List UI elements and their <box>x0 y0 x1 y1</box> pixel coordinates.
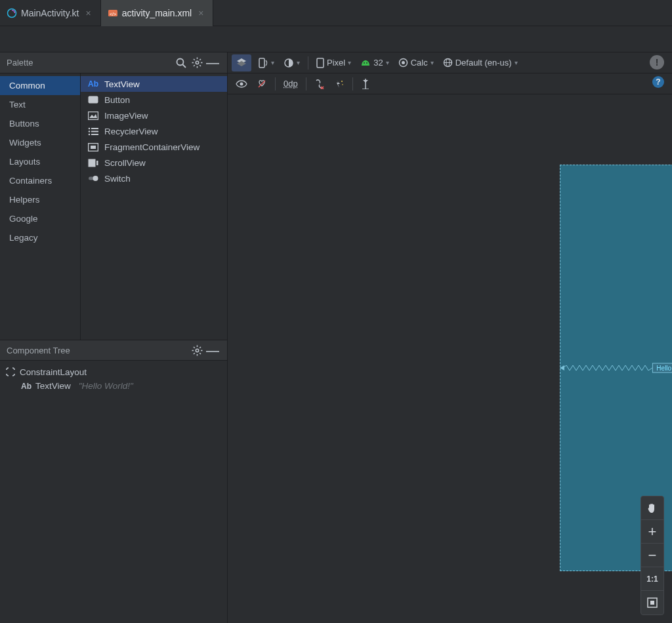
svg-point-28 <box>93 176 98 181</box>
infer-constraints-button[interactable] <box>330 75 348 92</box>
guidelines-button[interactable] <box>357 75 374 92</box>
svg-rect-18 <box>91 128 98 129</box>
svg-line-35 <box>200 353 201 354</box>
button-icon <box>87 94 99 105</box>
minimize-icon[interactable]: — <box>205 342 220 358</box>
svg-rect-22 <box>91 134 98 135</box>
category-helpers[interactable]: Helpers <box>0 190 80 209</box>
palette-item-fragmentcontainer[interactable]: FragmentContainerView <box>81 139 227 155</box>
svg-line-11 <box>200 65 201 66</box>
svg-rect-20 <box>91 131 98 132</box>
palette-item-textview[interactable]: Ab TextView <box>81 76 227 92</box>
warnings-button[interactable]: ! <box>650 55 664 70</box>
svg-point-55 <box>342 84 343 85</box>
close-icon[interactable]: × <box>196 8 206 18</box>
switch-icon <box>87 173 99 184</box>
svg-marker-16 <box>89 114 97 118</box>
svg-line-37 <box>200 347 201 348</box>
svg-line-36 <box>194 353 195 354</box>
component-tree: ConstraintLayout Ab TextView "Hello Worl… <box>0 361 227 623</box>
svg-line-4 <box>183 64 186 68</box>
pan-button[interactable] <box>641 496 663 520</box>
palette-body: Common Text Buttons Widgets Layouts Cont… <box>0 73 227 340</box>
gear-icon[interactable] <box>189 55 205 71</box>
clear-constraints-button[interactable] <box>310 75 329 92</box>
nightmode-button[interactable]: ▾ <box>280 54 304 71</box>
svg-point-50 <box>240 82 243 85</box>
svg-rect-15 <box>89 111 98 119</box>
tree-child-textview[interactable]: Ab TextView "Hello World!" <box>5 379 222 393</box>
category-legacy[interactable]: Legacy <box>0 228 80 247</box>
svg-rect-42 <box>317 58 324 68</box>
svg-point-29 <box>196 349 198 352</box>
svg-line-10 <box>194 59 195 60</box>
locale-picker[interactable]: Default (en-us)▾ <box>439 54 522 71</box>
svg-point-54 <box>341 81 343 82</box>
autoconnect-button[interactable] <box>253 75 271 92</box>
tab-label: activity_main.xml <box>122 8 192 18</box>
tab-label: MainActivity.kt <box>21 8 79 18</box>
help-button[interactable]: ? <box>652 76 664 88</box>
svg-rect-40 <box>259 58 264 68</box>
minimize-icon[interactable]: — <box>205 55 220 71</box>
svg-point-44 <box>366 62 368 64</box>
category-layouts[interactable]: Layouts <box>0 152 80 171</box>
design-surface-button[interactable] <box>232 54 251 71</box>
search-icon[interactable] <box>173 55 189 71</box>
design-surface[interactable]: Hello World! + − 1:1 <box>228 94 672 623</box>
category-buttons[interactable]: Buttons <box>0 114 80 133</box>
recyclerview-icon <box>87 126 99 136</box>
category-google[interactable]: Google <box>0 209 80 228</box>
textview-widget[interactable]: Hello World! <box>652 363 672 373</box>
category-common[interactable]: Common <box>0 76 80 95</box>
zoom-fit-button[interactable] <box>641 591 663 614</box>
palette-item-recyclerview[interactable]: RecyclerView <box>81 123 227 139</box>
gear-icon[interactable] <box>189 342 205 358</box>
imageview-icon <box>87 110 99 121</box>
device-picker[interactable]: Pixel▾ <box>312 54 355 71</box>
orientation-button[interactable]: ▾ <box>253 54 278 71</box>
tree-root[interactable]: ConstraintLayout <box>5 365 222 379</box>
scrollview-icon <box>87 157 99 168</box>
close-icon[interactable]: × <box>83 8 93 18</box>
design-toolbar-2: 0dp ? <box>228 73 672 94</box>
svg-line-34 <box>194 347 195 348</box>
palette-item-button[interactable]: Button <box>81 92 227 108</box>
svg-rect-25 <box>89 159 96 167</box>
kotlin-file-icon <box>7 8 17 18</box>
xml-file-icon: </> <box>108 8 118 18</box>
palette-items: Ab TextView Button ImageView RecyclerVie… <box>81 73 227 340</box>
svg-line-13 <box>200 59 201 60</box>
svg-point-19 <box>89 131 91 132</box>
tree-hint: "Hello World!" <box>79 381 133 391</box>
svg-point-17 <box>89 127 91 129</box>
palette-item-imageview[interactable]: ImageView <box>81 108 227 123</box>
category-containers[interactable]: Containers <box>0 171 80 190</box>
fragment-icon <box>87 142 99 152</box>
category-widgets[interactable]: Widgets <box>0 133 80 152</box>
component-tree-header: Component Tree — <box>0 340 227 361</box>
theme-picker[interactable]: Calc▾ <box>394 54 438 71</box>
zoom-out-button[interactable]: − <box>641 544 663 567</box>
svg-rect-24 <box>91 146 96 149</box>
tab-activitymain[interactable]: </> activity_main.xml × <box>101 0 214 26</box>
svg-rect-60 <box>650 601 654 605</box>
textview-icon: Ab <box>87 79 99 89</box>
palette-item-switch[interactable]: Switch <box>81 171 227 186</box>
palette-item-scrollview[interactable]: ScrollView <box>81 155 227 171</box>
left-panel: Palette — Common Text Buttons Widgets La… <box>0 52 228 623</box>
zoom-reset-button[interactable]: 1:1 <box>641 567 663 591</box>
category-text[interactable]: Text <box>0 95 80 114</box>
constraintlayout-icon <box>5 367 16 377</box>
svg-point-43 <box>364 62 365 64</box>
tab-mainactivity[interactable]: MainActivity.kt × <box>0 0 101 26</box>
svg-point-5 <box>196 61 198 64</box>
default-margin[interactable]: 0dp <box>280 75 302 92</box>
svg-point-21 <box>89 133 91 135</box>
textview-icon: Ab <box>21 382 32 391</box>
palette-categories: Common Text Buttons Widgets Layouts Cont… <box>0 73 81 340</box>
visibility-button[interactable] <box>232 75 251 92</box>
zoom-in-button[interactable]: + <box>641 520 663 544</box>
design-toolbar-1: ▾ ▾ Pixel▾ 32▾ Calc▾ Default (en-us)▾ <box>228 52 672 73</box>
api-picker[interactable]: 32▾ <box>356 54 392 71</box>
